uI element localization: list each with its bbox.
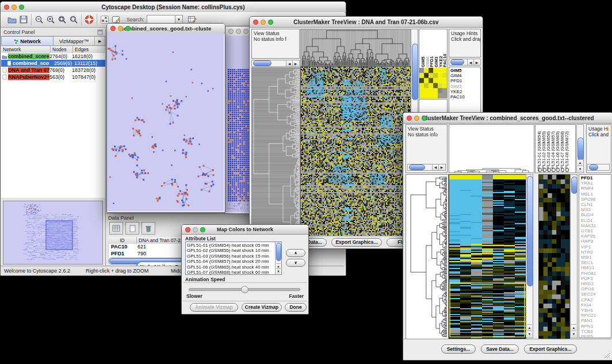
create-vizmap-button[interactable]: Create Vizmap (242, 303, 282, 312)
close-button[interactable] (185, 227, 190, 232)
move-up-button[interactable]: ∧ (286, 249, 305, 257)
treeview2-status-hscrollbar[interactable]: ◀▶ (407, 164, 446, 171)
network-row[interactable]: combined_scores 2764(0) 16218(0) (1, 53, 105, 60)
gene-list-item[interactable]: GIM5 (450, 68, 480, 73)
treeview2-titlebar[interactable]: ClusterMaker TreeView : combined_scores_… (403, 113, 612, 124)
gene-list-item[interactable]: NTR2 (581, 250, 611, 255)
scrollbar-thumb[interactable] (577, 137, 584, 160)
scrollbar-thumb[interactable] (253, 60, 271, 66)
move-down-button[interactable]: ∨ (286, 259, 305, 267)
export-graphics-button[interactable]: Export Graphics... (524, 344, 577, 354)
attribute-list-vscrollbar[interactable]: ▲▼ (275, 242, 281, 274)
scrollbar-thumb[interactable] (571, 177, 577, 194)
gene-list-item[interactable]: HMG1 (581, 265, 611, 270)
gene-list-item[interactable]: HRD3 (581, 281, 611, 286)
gene-list-item[interactable]: HAP3 (581, 239, 611, 244)
treeview2-heatmap[interactable] (449, 174, 526, 339)
treeview2-column-dendrogram[interactable] (449, 124, 534, 173)
gene-list-item[interactable]: ELG1 (581, 218, 611, 223)
scroll-left-icon[interactable]: ◀ (286, 60, 292, 66)
close-button[interactable] (253, 20, 258, 25)
tab-overflow-arrow[interactable]: ▶ (95, 36, 105, 45)
minimize-button[interactable] (193, 227, 198, 232)
scroll-up-icon[interactable]: ▲ (527, 324, 532, 331)
treeview1-heatmap[interactable] (300, 66, 411, 236)
attribute-item[interactable]: GPL51-07 (GSM868) heat shock 60 min (186, 270, 274, 275)
scroll-down-icon[interactable]: ▼ (577, 166, 583, 172)
minimize-button[interactable] (12, 5, 17, 10)
gene-list-item[interactable]: PHO81 (581, 271, 611, 276)
gene-list-item[interactable]: GIM3 (450, 84, 480, 89)
column-header-edges[interactable]: Edges (73, 46, 104, 53)
treeview2-zoom-vscrollbar[interactable]: ▲▼ (570, 174, 577, 338)
gene-list-item[interactable]: MAK31 (581, 223, 611, 228)
gene-list-item[interactable]: MSL1 (581, 191, 611, 197)
zoom-button[interactable] (243, 29, 248, 34)
minimize-button[interactable] (118, 26, 123, 31)
zoom-button[interactable] (19, 5, 24, 10)
gene-list-item[interactable]: NIS1 (581, 207, 611, 212)
network-overview-panel[interactable] (3, 201, 103, 265)
gene-list-item[interactable]: CPA2 (581, 297, 611, 302)
gene-list-item[interactable]: VIP1 (581, 244, 611, 250)
network-row[interactable]: DNA and Tran 07 769(0) 183728(0) (1, 67, 105, 74)
animation-speed-slider[interactable] (189, 288, 300, 291)
gene-list-item[interactable]: PAN1 (581, 318, 611, 323)
scroll-up-icon[interactable]: ▲ (577, 159, 583, 166)
gene-list-item[interactable]: YKE2 (450, 89, 480, 94)
gene-list-item[interactable]: YSH1 (581, 308, 611, 313)
dialog-titlebar[interactable]: Map Colors to Network (182, 225, 308, 235)
attribute-item[interactable]: GPL51-02 (GSM855) heat shock 10 min (186, 248, 274, 253)
gene-list-item[interactable]: PEP5 (581, 334, 611, 338)
gene-list-item[interactable]: PFD1 (450, 78, 480, 83)
scrollbar-thumb[interactable] (412, 44, 418, 100)
network-canvas-1[interactable] (107, 33, 224, 211)
save-data-button[interactable]: Save Data... (481, 344, 519, 354)
scrollbar-thumb[interactable] (450, 59, 464, 65)
zoom-fit-icon[interactable] (56, 14, 68, 25)
data-column-id[interactable]: ID (108, 237, 137, 244)
scroll-down-icon[interactable]: ▼ (276, 269, 281, 274)
network-row-selected[interactable]: combined_sco 2569(6) 13112(15) (1, 60, 105, 67)
animate-vizmap-button[interactable]: Animate Vizmap (190, 303, 238, 312)
attribute-list[interactable]: GPL51-01 (GSM854) heat shock 05 minGPL51… (185, 242, 282, 275)
attribute-item[interactable]: GPL51-06 (GSM865) heat shock 40 min (186, 265, 274, 270)
treeview2-heat-vscrollbar[interactable]: ▲▼ (526, 174, 533, 338)
gene-list-item[interactable]: CLN1 (581, 202, 611, 207)
network1-titlebar[interactable]: combined_scores_good.txt--cluste... (107, 24, 225, 33)
new-attribute-icon[interactable] (125, 222, 139, 235)
gene-list-item[interactable]: TCB3 (581, 329, 611, 334)
done-button[interactable]: Done (285, 303, 307, 312)
gene-list-item[interactable]: RPO21 (581, 313, 611, 318)
scroll-down-icon[interactable]: ▼ (571, 331, 576, 337)
zoom-button[interactable] (200, 227, 205, 232)
gene-list-item[interactable]: GIM4 (450, 73, 480, 78)
slider-thumb[interactable] (241, 286, 248, 293)
gene-list-item[interactable]: GPI16 (581, 286, 611, 292)
settings-button[interactable]: Settings... (441, 344, 476, 354)
treeview2-hints-hscrollbar[interactable] (587, 164, 610, 171)
treeview1-left-hscrollbar[interactable]: ◀▶ (251, 60, 300, 67)
main-titlebar[interactable]: Cytoscape Desktop (Session Name: collins… (1, 2, 346, 13)
gene-list-item[interactable]: YRA1 (581, 181, 611, 186)
zoom-selected-icon[interactable] (68, 14, 79, 25)
treeview2-zoom-heatmap[interactable] (538, 174, 570, 339)
zoom-in-icon[interactable] (45, 14, 56, 25)
gene-list-item[interactable]: RPN1 (581, 324, 611, 329)
scroll-up-icon[interactable]: ▲ (276, 263, 281, 269)
treeview1-zoom-heatmap[interactable] (419, 68, 447, 98)
close-button[interactable] (4, 5, 9, 10)
attribute-item[interactable]: GPL51-03 (GSM856) heat shock 15 min (186, 254, 274, 259)
save-button[interactable] (18, 14, 29, 25)
gene-list-item[interactable]: GTB1 (581, 228, 611, 233)
network-row[interactable]: RNAPuberNov2+I 563(0) 107847(0) (1, 74, 105, 81)
delete-attribute-icon[interactable] (141, 222, 155, 235)
column-header-nodes[interactable]: Nodes (51, 46, 73, 53)
gene-list-item[interactable]: SEC1 (581, 260, 611, 265)
scrollbar-thumb[interactable] (589, 164, 598, 170)
gene-list-item[interactable]: PAC10 (450, 94, 480, 99)
float-panel-icon[interactable] (97, 27, 103, 37)
scrollbar-thumb[interactable] (409, 164, 425, 170)
treeview1-hints-hscrollbar[interactable]: ◀▶ (449, 59, 481, 66)
column-header-network[interactable]: Network (1, 46, 51, 53)
